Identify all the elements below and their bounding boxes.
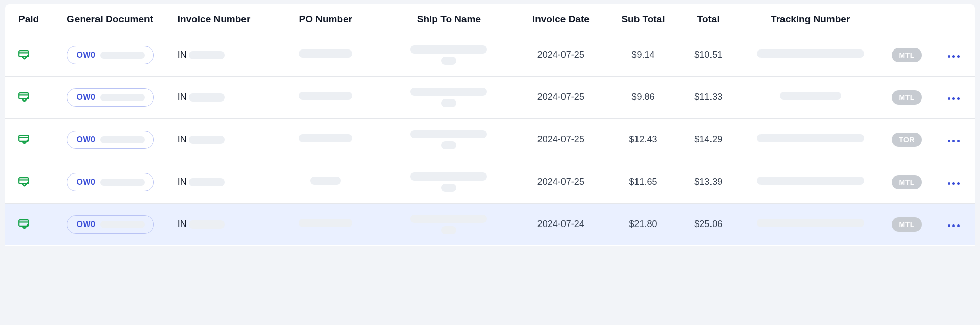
redacted-blob	[299, 49, 352, 58]
table-row[interactable]: OW0 IN 2024-07-25 $12.43	[5, 118, 975, 161]
col-invoice-number[interactable]: Invoice Number	[173, 4, 266, 34]
sub-total-value: $11.65	[629, 177, 657, 187]
redacted-blob	[100, 52, 145, 59]
redacted-blob	[299, 134, 352, 142]
cell-general-document: OW0	[47, 34, 172, 76]
col-general-document[interactable]: General Document	[47, 4, 172, 34]
col-invoice-date[interactable]: Invoice Date	[512, 4, 609, 34]
redacted-blob	[757, 134, 864, 142]
redacted-blob	[100, 94, 145, 101]
redacted-blob	[299, 219, 352, 227]
col-total[interactable]: Total	[677, 4, 740, 34]
cell-total: $10.51	[677, 34, 740, 76]
ship-to-name	[410, 215, 487, 234]
col-sub-total[interactable]: Sub Total	[609, 4, 677, 34]
cell-total: $25.06	[677, 203, 740, 245]
location-badge[interactable]: MTL	[892, 175, 921, 189]
ship-to-name	[410, 88, 487, 107]
cell-location: MTL	[881, 34, 933, 76]
more-actions-button[interactable]	[946, 94, 962, 103]
ship-to-name	[410, 172, 487, 192]
dot-icon	[948, 97, 950, 100]
cell-paid	[5, 34, 47, 76]
dot-icon	[948, 55, 950, 58]
cell-ship-to-name	[385, 34, 512, 76]
invoice-date-value: 2024-07-25	[537, 92, 584, 102]
invoice-number[interactable]: IN	[178, 92, 239, 103]
tracking-number[interactable]	[780, 92, 841, 100]
cell-invoice-number: IN	[173, 203, 266, 245]
cell-total: $13.39	[677, 161, 740, 203]
general-document-link[interactable]: OW0	[67, 46, 154, 64]
general-document-link[interactable]: OW0	[67, 215, 154, 234]
redacted-blob	[441, 184, 456, 192]
cell-paid	[5, 203, 47, 245]
cell-po-number	[266, 161, 385, 203]
total-value: $11.33	[694, 92, 722, 102]
redacted-blob	[441, 226, 456, 234]
invoice-date-value: 2024-07-25	[537, 134, 584, 144]
paid-icon	[18, 135, 42, 145]
col-po-number[interactable]: PO Number	[266, 4, 385, 34]
sub-total-value: $21.80	[629, 219, 657, 229]
dot-icon	[957, 55, 960, 58]
po-number	[299, 92, 352, 100]
invoice-number[interactable]: IN	[178, 49, 239, 60]
general-document-link[interactable]: OW0	[67, 131, 154, 149]
location-badge[interactable]: MTL	[892, 217, 921, 232]
table-row[interactable]: OW0 IN 2024-07-25 $9.14	[5, 34, 975, 76]
total-value: $25.06	[694, 219, 722, 229]
cell-po-number	[266, 76, 385, 118]
ship-to-name	[410, 45, 487, 65]
table-row[interactable]: OW0 IN 2024-07-25 $11.65	[5, 161, 975, 203]
cell-tracking-number	[740, 161, 881, 203]
cell-sub-total: $9.14	[609, 34, 677, 76]
po-number	[299, 219, 352, 227]
redacted-blob	[757, 49, 864, 58]
redacted-blob	[757, 177, 864, 185]
table-row[interactable]: OW0 IN 2024-07-24 $21.80	[5, 203, 975, 245]
tracking-number[interactable]	[757, 49, 864, 58]
col-tracking-number[interactable]: Tracking Number	[740, 4, 881, 34]
redacted-blob	[410, 215, 487, 223]
cell-actions	[933, 161, 975, 203]
tracking-number[interactable]	[757, 134, 864, 142]
sub-total-value: $9.86	[631, 92, 654, 102]
invoice-number-prefix: IN	[178, 177, 187, 187]
table-row[interactable]: OW0 IN 2024-07-25 $9.86	[5, 76, 975, 118]
cell-paid	[5, 161, 47, 203]
invoice-number-prefix: IN	[178, 219, 187, 230]
general-document-prefix: OW0	[77, 220, 96, 229]
invoice-number[interactable]: IN	[178, 134, 239, 145]
location-badge[interactable]: MTL	[892, 90, 921, 105]
redacted-blob	[100, 179, 145, 186]
general-document-link[interactable]: OW0	[67, 88, 154, 107]
cell-tracking-number	[740, 34, 881, 76]
cell-invoice-date: 2024-07-25	[512, 161, 609, 203]
paid-icon	[18, 50, 42, 60]
more-actions-button[interactable]	[946, 137, 962, 145]
invoice-number[interactable]: IN	[178, 219, 239, 230]
paid-icon	[18, 177, 42, 187]
more-actions-button[interactable]	[946, 52, 962, 61]
more-actions-button[interactable]	[946, 179, 962, 188]
invoice-number[interactable]: IN	[178, 177, 239, 187]
dot-icon	[952, 182, 955, 185]
total-value: $13.39	[694, 177, 722, 187]
col-ship-to-name[interactable]: Ship To Name	[385, 4, 512, 34]
redacted-blob	[100, 136, 145, 143]
more-actions-button[interactable]	[946, 221, 962, 230]
cell-actions	[933, 34, 975, 76]
col-paid[interactable]: Paid	[5, 4, 47, 34]
cell-invoice-date: 2024-07-25	[512, 34, 609, 76]
redacted-blob	[189, 51, 225, 59]
location-badge[interactable]: TOR	[892, 133, 922, 147]
redacted-blob	[410, 172, 487, 181]
tracking-number[interactable]	[757, 219, 864, 227]
ship-to-name	[410, 130, 487, 149]
general-document-prefix: OW0	[77, 93, 96, 102]
tracking-number[interactable]	[757, 177, 864, 185]
dot-icon	[957, 140, 960, 142]
location-badge[interactable]: MTL	[892, 48, 921, 62]
general-document-link[interactable]: OW0	[67, 173, 154, 191]
